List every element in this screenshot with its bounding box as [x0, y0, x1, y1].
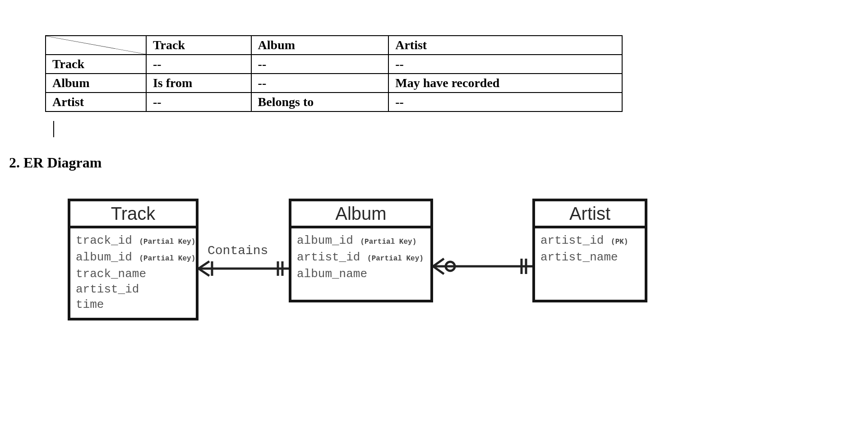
entity-album: Album album_id (Partial Key) artist_id (… — [289, 199, 433, 302]
matrix-cell: May have recorded — [388, 74, 622, 93]
matrix-cell: Is from — [146, 74, 251, 93]
matrix-corner — [46, 36, 146, 55]
matrix-col-header: Track — [146, 36, 251, 55]
entity-body: artist_id (PK) artist_name — [535, 228, 645, 269]
matrix-col-header: Artist — [388, 36, 622, 55]
entity-title: Album — [291, 201, 430, 228]
matrix-row-header: Artist — [46, 93, 146, 111]
svg-line-9 — [433, 266, 444, 274]
entity-attr: time — [76, 297, 190, 312]
entity-attr: track_name — [76, 266, 190, 282]
entity-title: Artist — [535, 201, 645, 228]
svg-line-0 — [46, 36, 146, 54]
entity-attr: artist_id (PK) — [540, 233, 639, 250]
matrix-cell: -- — [388, 93, 622, 111]
entity-title: Track — [70, 201, 196, 228]
entity-artist: Artist artist_id (PK) artist_name — [532, 199, 647, 302]
entity-attr: artist_id (Partial Key) — [297, 250, 425, 266]
text-cursor-icon — [53, 121, 54, 137]
matrix-cell: -- — [251, 74, 389, 93]
matrix-row-header: Album — [46, 74, 146, 93]
connector-belongs-to — [433, 255, 532, 278]
er-diagram: Track track_id (Partial Key) album_id (P… — [68, 199, 647, 334]
entity-attr: album_id (Partial Key) — [76, 250, 190, 266]
entity-attr: album_name — [297, 266, 425, 282]
entity-attr: artist_name — [540, 250, 639, 265]
connector-contains — [199, 260, 289, 278]
matrix-cell: -- — [146, 55, 251, 74]
matrix-cell: -- — [251, 55, 389, 74]
entity-body: album_id (Partial Key) artist_id (Partia… — [291, 228, 430, 286]
section-heading: 2. ER Diagram — [9, 154, 102, 171]
matrix-row-header: Track — [46, 55, 146, 74]
svg-line-8 — [433, 259, 444, 266]
entity-attr: track_id (Partial Key) — [76, 233, 190, 250]
matrix-cell: -- — [146, 93, 251, 111]
entity-body: track_id (Partial Key) album_id (Partial… — [70, 228, 196, 317]
entity-attr: artist_id — [76, 282, 190, 297]
matrix-col-header: Album — [251, 36, 389, 55]
entity-track: Track track_id (Partial Key) album_id (P… — [68, 199, 199, 320]
relationship-matrix: Track Album Artist Track -- -- -- Album … — [45, 35, 623, 112]
matrix-cell: -- — [388, 55, 622, 74]
page: Track Album Artist Track -- -- -- Album … — [0, 0, 868, 441]
entity-attr: album_id (Partial Key) — [297, 233, 425, 250]
matrix-cell: Belongs to — [251, 93, 389, 111]
relationship-label: Contains — [208, 244, 268, 258]
